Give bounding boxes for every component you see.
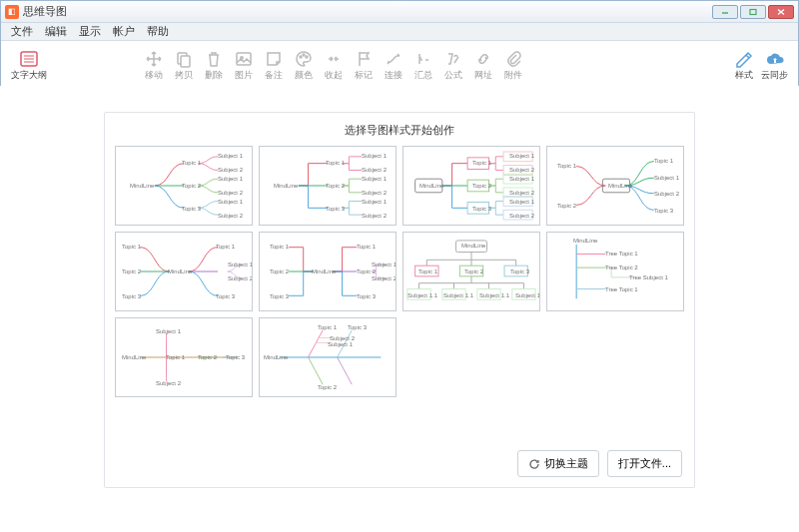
refresh-icon: [528, 458, 540, 470]
template-8[interactable]: MindLine Tree Topic 1 Tree Topic 2 Tree …: [546, 232, 684, 311]
switch-theme-button[interactable]: 切换主题: [517, 450, 599, 477]
open-file-button[interactable]: 打开文件...: [607, 450, 682, 477]
menu-view[interactable]: 显示: [73, 24, 107, 39]
image-icon: [233, 48, 255, 70]
template-6[interactable]: MindLine Topic 1 Topic 2 Topic 3 Topic 1…: [259, 232, 397, 311]
toolbar: 文字大纲 移动 拷贝 删除 图片 备注 颜色 收起 标记 连接 汇总 公式 网址…: [1, 41, 798, 87]
outline-icon: [18, 48, 40, 70]
style-icon: [733, 48, 755, 70]
attach-icon: [502, 48, 524, 70]
delete-button[interactable]: 删除: [199, 48, 229, 80]
template-9[interactable]: MindLine Subject 1 Subject 2 Topic 1 Top…: [115, 317, 253, 397]
svg-point-14: [306, 56, 308, 58]
formula-icon: [442, 48, 464, 70]
flag-icon: [353, 48, 375, 70]
window-controls: [712, 5, 794, 19]
menu-edit[interactable]: 编辑: [39, 24, 73, 39]
copy-button[interactable]: 拷贝: [169, 48, 199, 80]
title-bar: ◧ 思维导图: [1, 1, 798, 23]
image-button[interactable]: 图片: [229, 48, 259, 80]
close-button[interactable]: [768, 5, 794, 19]
minimize-button[interactable]: [712, 5, 738, 19]
svg-rect-10: [237, 53, 251, 65]
template-grid: MindLine Topic 1 Topic 2 Topic 3 Subject…: [115, 146, 684, 397]
summary-button[interactable]: 汇总: [408, 48, 438, 80]
attach-button[interactable]: 附件: [498, 48, 528, 80]
palette-icon: [293, 48, 315, 70]
svg-rect-1: [750, 9, 756, 14]
collapse-icon: [323, 48, 345, 70]
template-4[interactable]: MindLine Topic 1 Topic 2 Topic 1 Subject…: [546, 146, 684, 226]
app-icon: ◧: [5, 5, 19, 19]
svg-point-13: [303, 54, 305, 56]
template-3[interactable]: MindLine Topic 1 Topic 2 Topic 3 Subject…: [402, 146, 540, 226]
template-2[interactable]: MindLine Topic 1 Topic 2 Topic 3 Subject…: [259, 146, 397, 226]
flag-button[interactable]: 标记: [349, 48, 379, 80]
menu-account[interactable]: 帐户: [107, 24, 141, 39]
link-button[interactable]: 连接: [379, 48, 408, 80]
panel-title: 选择导图样式开始创作: [115, 121, 684, 146]
template-1[interactable]: MindLine Topic 1 Topic 2 Topic 3 Subject…: [115, 146, 253, 226]
menu-help[interactable]: 帮助: [141, 24, 175, 39]
window-title: 思维导图: [23, 4, 712, 19]
template-10[interactable]: MindLine Topic 1 Topic 3 Topic 2 Subject…: [259, 317, 397, 397]
maximize-button[interactable]: [740, 5, 766, 19]
main-area: 选择导图样式开始创作 MindLine Topic 1 Topic 2: [0, 86, 799, 532]
url-icon: [472, 48, 494, 70]
color-button[interactable]: 颜色: [289, 48, 319, 80]
cloud-icon: [764, 48, 786, 70]
move-button[interactable]: 移动: [139, 48, 169, 80]
template-7[interactable]: MindLine Topic 1 Topic 2 Topic 3 Subject…: [402, 232, 540, 311]
note-button[interactable]: 备注: [259, 48, 289, 80]
svg-rect-9: [181, 56, 190, 67]
panel-footer: 切换主题 打开文件...: [517, 450, 682, 477]
style-button[interactable]: 样式: [729, 48, 759, 80]
outline-button[interactable]: 文字大纲: [9, 48, 49, 80]
svg-point-12: [300, 56, 302, 58]
trash-icon: [203, 48, 225, 70]
summary-icon: [412, 48, 434, 70]
collapse-button[interactable]: 收起: [319, 48, 349, 80]
template-5[interactable]: MindLine Topic 1 Topic 2 Topic 3 Topic 1…: [115, 232, 253, 311]
move-icon: [143, 48, 165, 70]
formula-button[interactable]: 公式: [438, 48, 468, 80]
menu-file[interactable]: 文件: [5, 24, 39, 39]
template-panel: 选择导图样式开始创作 MindLine Topic 1 Topic 2: [104, 112, 695, 488]
cloud-button[interactable]: 云同步: [759, 48, 790, 80]
note-icon: [263, 48, 285, 70]
copy-icon: [173, 48, 195, 70]
menu-bar: 文件 编辑 显示 帐户 帮助: [1, 23, 798, 41]
link-icon: [383, 48, 404, 70]
url-button[interactable]: 网址: [468, 48, 498, 80]
